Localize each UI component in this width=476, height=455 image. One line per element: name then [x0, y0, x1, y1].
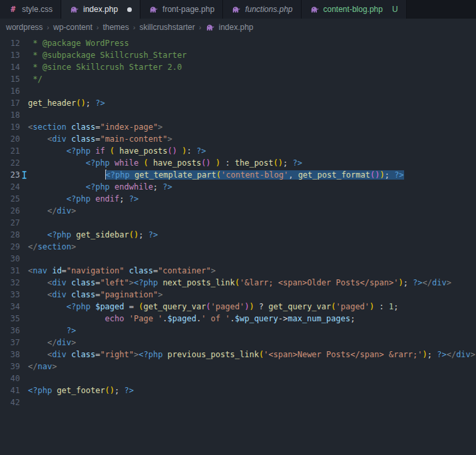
code-line[interactable]: 42	[0, 396, 476, 408]
code-line[interactable]: 17get_header(); ?>	[0, 97, 476, 109]
code-line[interactable]: 24 <?php endwhile; ?>	[0, 181, 476, 193]
code-line[interactable]: 39</nav>	[0, 361, 476, 373]
code-line[interactable]: 12 * @package WordPress	[0, 37, 476, 49]
breadcrumb: wordpress›wp-content›themes›skillcrushst…	[0, 19, 476, 36]
code-line[interactable]: 13 * @subpackage Skillcrush_Starter	[0, 49, 476, 61]
line-number[interactable]: 22	[0, 157, 20, 169]
code-token: div	[52, 134, 67, 144]
line-number[interactable]: 29	[0, 241, 20, 253]
gutter	[20, 396, 28, 408]
tab-front-page.php[interactable]: front-page.php	[140, 0, 223, 19]
line-number[interactable]: 36	[0, 325, 20, 337]
gutter	[20, 49, 28, 61]
code-line[interactable]: 34 <?php $paged = (get_query_var('paged'…	[0, 301, 476, 313]
line-number[interactable]: 23	[0, 169, 20, 181]
line-number[interactable]: 18	[0, 109, 20, 121]
line-number[interactable]: 38	[0, 349, 20, 361]
line-number[interactable]: 14	[0, 61, 20, 73]
code-line[interactable]: 18	[0, 109, 476, 121]
breadcrumb-item-skillcrushstarter[interactable]: skillcrushstarter	[139, 23, 194, 32]
code-line[interactable]: 30	[0, 253, 476, 265]
code-line[interactable]: 26 </div>	[0, 205, 476, 217]
code-line[interactable]: 22 <?php while ( have_posts() ) : the_po…	[0, 157, 476, 169]
tab-label: functions.php	[245, 5, 292, 14]
code-line[interactable]: 23 <?php get_template_part('content-blog…	[0, 169, 476, 181]
gutter	[20, 193, 28, 205]
line-number[interactable]: 27	[0, 217, 20, 229]
tab-index.php[interactable]: index.php	[61, 0, 140, 19]
code-token: <?php	[138, 350, 162, 359]
tab-content-blog.php[interactable]: content-blog.phpU	[302, 0, 407, 19]
line-number[interactable]: 16	[0, 85, 20, 97]
line-number[interactable]: 12	[0, 37, 20, 49]
line-number[interactable]: 31	[0, 265, 20, 277]
code-line[interactable]: 19<section class="index-page">	[0, 121, 476, 133]
breadcrumb-item-themes[interactable]: themes	[103, 23, 128, 32]
code-token: class	[71, 134, 95, 144]
code-token: >	[71, 338, 76, 347]
code-line[interactable]: 16	[0, 85, 476, 97]
code-line[interactable]: 33 <div class="pagination">	[0, 289, 476, 301]
line-number[interactable]: 20	[0, 133, 20, 145]
code-text: <?php get_template_part('content-blog', …	[28, 169, 476, 181]
code-line[interactable]: 25 <?php endif; ?>	[0, 193, 476, 205]
line-number[interactable]: 30	[0, 253, 20, 265]
line-number[interactable]: 39	[0, 361, 20, 373]
code-text: <div class="pagination">	[28, 289, 476, 301]
line-number[interactable]: 41	[0, 384, 20, 396]
line-number[interactable]: 19	[0, 121, 20, 133]
code-line[interactable]: 28 <?php get_sidebar(); ?>	[0, 229, 476, 241]
line-number[interactable]: 37	[0, 337, 20, 349]
code-token: '<span>Newer Posts</span> &rarr;'	[264, 350, 422, 359]
code-token: <?php	[106, 170, 130, 180]
code-line[interactable]: 14 * @since Skillcrush Starter 2.0	[0, 61, 476, 73]
code-token	[124, 266, 129, 275]
code-line[interactable]: 35 echo 'Page '.$paged.' of '.$wp_query-…	[0, 313, 476, 325]
breadcrumb-item-index.php[interactable]: index.php	[205, 23, 253, 33]
line-number[interactable]: 13	[0, 49, 20, 61]
line-number[interactable]: 35	[0, 313, 20, 325]
tab-functions.php[interactable]: functions.php	[223, 0, 301, 19]
code-line[interactable]: 15 */	[0, 73, 476, 85]
line-number[interactable]: 28	[0, 229, 20, 241]
code-line[interactable]: 27	[0, 217, 476, 229]
code-line[interactable]: 29</section>	[0, 241, 476, 253]
tab-style.css[interactable]: #style.css	[0, 0, 61, 19]
code-token: endwhile	[115, 182, 153, 192]
code-line[interactable]: 41<?php get_footer(); ?>	[0, 384, 476, 396]
line-number[interactable]: 17	[0, 97, 20, 109]
code-token: "navigation"	[67, 266, 124, 275]
gutter	[20, 97, 28, 109]
code-token	[28, 314, 105, 323]
code-token: get_sidebar	[76, 230, 128, 239]
code-line[interactable]: 20 <div class="main-content">	[0, 133, 476, 145]
line-number[interactable]: 21	[0, 145, 20, 157]
code-token: >	[71, 242, 76, 251]
line-number[interactable]: 26	[0, 205, 20, 217]
gutter	[20, 361, 28, 373]
code-line[interactable]: 32 <div class="left"><?php next_posts_li…	[0, 277, 476, 289]
breadcrumb-item-wordpress[interactable]: wordpress	[6, 23, 43, 32]
breadcrumb-label: index.php	[218, 23, 253, 32]
code-line[interactable]: 38 <div class="right"><?php previous_pos…	[0, 349, 476, 361]
line-number[interactable]: 15	[0, 73, 20, 85]
line-number[interactable]: 42	[0, 396, 20, 408]
code-token: ?>	[124, 386, 134, 395]
breadcrumb-item-wp-content[interactable]: wp-content	[53, 23, 93, 32]
code-line[interactable]: 31<nav id="navigation" class="container"…	[0, 265, 476, 277]
code-line[interactable]: 21 <?php if ( have_posts() ): ?>	[0, 145, 476, 157]
code-line[interactable]: 37 </div>	[0, 337, 476, 349]
tab-label: content-blog.php	[324, 5, 383, 14]
line-number[interactable]: 25	[0, 193, 20, 205]
line-number[interactable]: 33	[0, 289, 20, 301]
code-editor[interactable]: 12 * @package WordPress13 * @subpackage …	[0, 36, 476, 408]
code-line[interactable]: 36 ?>	[0, 325, 476, 337]
line-number[interactable]: 24	[0, 181, 20, 193]
code-token: ()	[168, 146, 177, 156]
unsaved-dot-icon[interactable]	[127, 7, 132, 12]
code-token	[28, 302, 67, 311]
code-line[interactable]: 40	[0, 373, 476, 384]
line-number[interactable]: 34	[0, 301, 20, 313]
line-number[interactable]: 32	[0, 277, 20, 289]
line-number[interactable]: 40	[0, 373, 20, 384]
